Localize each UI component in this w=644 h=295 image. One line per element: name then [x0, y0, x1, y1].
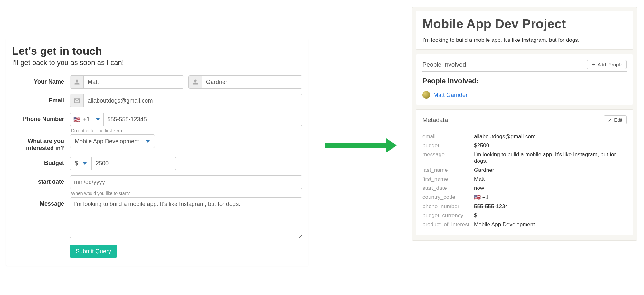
interest-select[interactable]: Mobile App Development: [70, 134, 155, 148]
currency-value: $: [75, 160, 78, 167]
label-phone: Phone Number: [12, 113, 70, 133]
form-title: Let's get in touch: [12, 45, 302, 57]
last-name-group: [188, 75, 302, 89]
metadata-key: budget: [422, 143, 474, 149]
person-item: Matt Garnder: [422, 91, 627, 99]
message-textarea[interactable]: [70, 197, 302, 238]
user-icon: [70, 76, 84, 88]
metadata-section-label: Metadata: [422, 116, 448, 124]
metadata-value: I'm looking to build a mobile app. It's …: [474, 152, 627, 164]
pencil-icon: [608, 118, 612, 122]
metadata-value: 555-555-1234: [474, 203, 627, 210]
project-header-card: Mobile App Dev Project I'm looking to bu…: [416, 11, 633, 50]
row-submit: Submit Query: [12, 245, 302, 258]
people-section-label: People Involved: [422, 61, 466, 68]
metadata-key: message: [422, 152, 474, 164]
metadata-row: budget$2500: [422, 141, 627, 150]
edit-label: Edit: [614, 117, 622, 123]
submit-button[interactable]: Submit Query: [70, 245, 117, 258]
start-date-input[interactable]: [70, 175, 302, 189]
metadata-value: $: [474, 212, 627, 219]
chevron-down-icon: [146, 140, 150, 143]
metadata-row: last_nameGardner: [422, 166, 627, 175]
metadata-value: 🇺🇸 +1: [474, 194, 627, 201]
last-name-input[interactable]: [202, 76, 302, 88]
chevron-down-icon: [82, 162, 87, 165]
interest-value: Mobile App Development: [75, 138, 139, 145]
row-start-date: start date When would you like to start?: [12, 175, 302, 196]
project-description: I'm looking to build a mobile app. It's …: [422, 37, 627, 43]
metadata-key: country_code: [422, 194, 474, 201]
avatar: [422, 91, 430, 99]
row-your-name: Your Name: [12, 75, 302, 89]
label-interest: What are you interested in?: [12, 134, 70, 152]
edit-metadata-button[interactable]: Edit: [604, 115, 627, 124]
flag-icon: 🇺🇸: [73, 116, 80, 123]
metadata-row: product_of_interestMobile App Developmen…: [422, 220, 627, 229]
metadata-value: now: [474, 185, 627, 191]
label-your-name: Your Name: [12, 75, 70, 89]
metadata-value: Mobile App Development: [474, 221, 627, 228]
label-budget: Budget: [12, 157, 70, 170]
row-interest: What are you interested in? Mobile App D…: [12, 134, 302, 152]
metadata-row: emailallaboutdogs@gmail.com: [422, 132, 627, 141]
country-code-value: +1: [83, 116, 90, 123]
email-input[interactable]: [84, 94, 302, 107]
metadata-key: product_of_interest: [422, 221, 474, 228]
country-code-select[interactable]: 🇺🇸 +1: [70, 113, 103, 126]
mail-icon: [70, 94, 84, 107]
email-group: [70, 94, 302, 107]
currency-select[interactable]: $: [70, 157, 91, 170]
metadata-key: email: [422, 134, 474, 140]
metadata-key: start_date: [422, 185, 474, 191]
row-budget: Budget $: [12, 157, 302, 170]
phone-input[interactable]: [103, 113, 302, 126]
first-name-input[interactable]: [84, 76, 184, 88]
add-people-button[interactable]: Add People: [587, 60, 627, 69]
metadata-row: first_nameMatt: [422, 175, 627, 184]
metadata-key: first_name: [422, 176, 474, 182]
metadata-row: country_code🇺🇸 +1: [422, 193, 627, 202]
metadata-value: Matt: [474, 176, 627, 182]
people-heading: People involved:: [422, 77, 627, 85]
add-people-label: Add People: [597, 62, 622, 67]
metadata-row: phone_number555-555-1234: [422, 202, 627, 211]
metadata-key: budget_currency: [422, 212, 474, 219]
phone-help-text: Do not enter the first zero: [71, 128, 302, 133]
budget-input[interactable]: [91, 157, 176, 170]
metadata-key: phone_number: [422, 203, 474, 210]
chevron-down-icon: [96, 118, 100, 121]
metadata-table: emailallaboutdogs@gmail.combudget$2500me…: [422, 132, 627, 229]
metadata-row: messageI'm looking to build a mobile app…: [422, 150, 627, 166]
people-card: People Involved Add People People involv…: [416, 54, 633, 105]
label-email: Email: [12, 94, 70, 107]
plus-icon: [591, 62, 595, 67]
user-icon: [189, 76, 202, 88]
metadata-card: Metadata Edit emailallaboutdogs@gmail.co…: [416, 109, 633, 235]
contact-form-card: Let's get in touch I'll get back to you …: [6, 39, 308, 266]
person-link[interactable]: Matt Garnder: [433, 92, 468, 98]
project-title: Mobile App Dev Project: [422, 17, 627, 31]
metadata-key: last_name: [422, 167, 474, 173]
arrow-icon: [325, 138, 397, 152]
label-start-date: start date: [12, 175, 70, 196]
metadata-value: allaboutdogs@gmail.com: [474, 134, 627, 140]
metadata-row: budget_currency$: [422, 211, 627, 220]
label-message: Message: [12, 197, 70, 240]
form-subtitle: I'll get back to you as soon as I can!: [12, 59, 302, 67]
project-panel: Mobile App Dev Project I'm looking to bu…: [412, 7, 637, 241]
first-name-group: [70, 75, 184, 89]
row-message: Message: [12, 197, 302, 240]
metadata-row: start_datenow: [422, 184, 627, 193]
row-email: Email: [12, 94, 302, 107]
row-phone: Phone Number 🇺🇸 +1 Do not enter the firs…: [12, 113, 302, 133]
start-date-help-text: When would you like to start?: [71, 191, 302, 196]
metadata-value: $2500: [474, 143, 627, 149]
metadata-value: Gardner: [474, 167, 627, 173]
